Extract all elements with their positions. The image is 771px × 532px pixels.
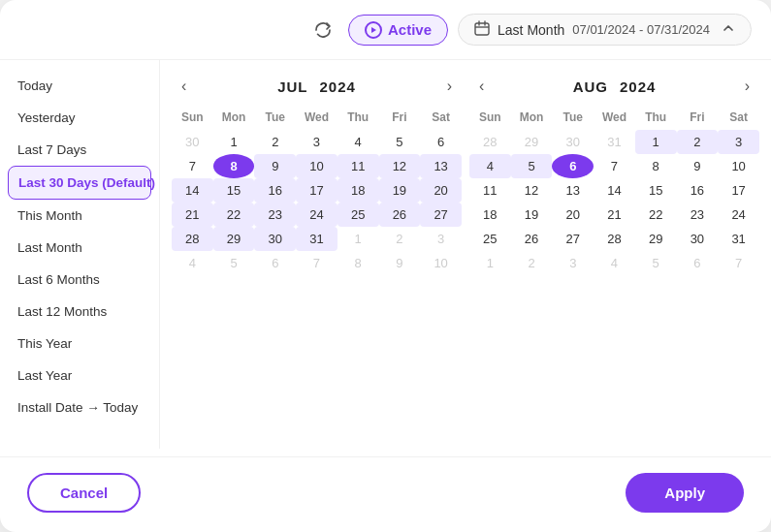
refresh-button[interactable] — [307, 15, 338, 46]
cal-day[interactable]: 26 — [379, 203, 421, 227]
cal-day[interactable]: 23 — [677, 203, 719, 227]
sidebar-item-today[interactable]: Today — [0, 70, 159, 102]
cal-day[interactable]: 2 — [677, 130, 719, 154]
cal-day[interactable]: 22 — [635, 203, 677, 227]
sidebar-item-last6months[interactable]: Last 6 Months — [0, 264, 159, 296]
cal-day[interactable]: 14 — [594, 178, 635, 203]
cal-day[interactable]: 11 — [337, 154, 379, 178]
cal-day[interactable]: 27 — [552, 227, 594, 251]
cal-prev-button[interactable]: ‹ — [473, 76, 490, 97]
cal-day[interactable]: 30 — [254, 227, 296, 251]
cal-day[interactable]: 5 — [379, 130, 421, 154]
cal-day[interactable]: 1 — [213, 130, 255, 154]
cal-day[interactable]: 13 — [420, 154, 462, 178]
sidebar-item-thismonth[interactable]: This Month — [0, 200, 159, 232]
cal-day[interactable]: 4 — [172, 251, 213, 275]
sidebar-item-thisyear[interactable]: This Year — [0, 328, 159, 360]
cal-day[interactable]: 3 — [420, 227, 462, 251]
cal-day[interactable]: 24 — [296, 203, 337, 227]
cal-day[interactable]: 8 — [213, 154, 255, 178]
cal-day[interactable]: 7 — [594, 154, 635, 178]
cal-next-button[interactable]: › — [739, 76, 755, 97]
cal-day[interactable]: 12 — [511, 178, 553, 203]
cal-day[interactable]: 3 — [296, 130, 337, 154]
cal-day[interactable]: 1 — [337, 227, 379, 251]
cal-day[interactable]: 10 — [296, 154, 337, 178]
cal-day[interactable]: 12 — [379, 154, 421, 178]
sidebar-item-installdate[interactable]: Install Date → Today — [0, 391, 159, 423]
cal-day[interactable]: 28 — [172, 227, 213, 251]
cal-day[interactable]: 15 — [213, 178, 255, 203]
cal-day[interactable]: 27 — [420, 203, 462, 227]
cal-day[interactable]: 8 — [635, 154, 677, 178]
cal-day[interactable]: 18 — [337, 178, 379, 203]
cal-day[interactable]: 7 — [172, 154, 213, 178]
cancel-button[interactable]: Cancel — [27, 473, 141, 513]
cal-day[interactable]: 19 — [379, 178, 421, 203]
cal-day[interactable]: 22 — [213, 203, 255, 227]
cal-day[interactable]: 30 — [677, 227, 719, 251]
cal-day[interactable]: 1 — [469, 251, 511, 275]
active-button[interactable]: Active — [348, 15, 448, 46]
cal-day[interactable]: 11 — [469, 178, 511, 203]
sidebar-item-last7days[interactable]: Last 7 Days — [0, 134, 159, 166]
cal-day[interactable]: 3 — [718, 130, 759, 154]
cal-day[interactable]: 18 — [469, 203, 511, 227]
cal-day[interactable]: 4 — [337, 130, 379, 154]
cal-day[interactable]: 28 — [594, 227, 635, 251]
cal-day[interactable]: 25 — [469, 227, 511, 251]
cal-prev-button[interactable]: ‹ — [176, 76, 192, 97]
cal-day[interactable]: 31 — [718, 227, 759, 251]
cal-day[interactable]: 29 — [213, 227, 255, 251]
apply-button[interactable]: Apply — [626, 473, 744, 513]
cal-day[interactable]: 17 — [718, 178, 759, 203]
cal-day[interactable]: 21 — [172, 203, 213, 227]
cal-day[interactable]: 20 — [420, 178, 462, 203]
cal-day[interactable]: 16 — [677, 178, 719, 203]
cal-day[interactable]: 7 — [296, 251, 337, 275]
cal-day[interactable]: 31 — [296, 227, 337, 251]
cal-day[interactable]: 10 — [718, 154, 759, 178]
cal-day[interactable]: 29 — [511, 130, 553, 154]
cal-day[interactable]: 6 — [677, 251, 719, 275]
cal-day[interactable]: 2 — [254, 130, 296, 154]
cal-day[interactable]: 19 — [511, 203, 553, 227]
cal-day[interactable]: 10 — [420, 251, 462, 275]
cal-day[interactable]: 6 — [420, 130, 462, 154]
cal-day[interactable]: 26 — [511, 227, 553, 251]
cal-day[interactable]: 15 — [635, 178, 677, 203]
cal-day[interactable]: 20 — [552, 203, 594, 227]
cal-day[interactable]: 4 — [469, 154, 511, 178]
cal-day[interactable]: 25 — [337, 203, 379, 227]
cal-day[interactable]: 28 — [469, 130, 511, 154]
cal-day[interactable]: 21 — [594, 203, 635, 227]
cal-day[interactable]: 29 — [635, 227, 677, 251]
cal-day[interactable]: 2 — [379, 227, 421, 251]
cal-day[interactable]: 4 — [594, 251, 635, 275]
cal-day[interactable]: 30 — [172, 130, 213, 154]
cal-next-button[interactable]: › — [441, 76, 458, 97]
cal-day[interactable]: 16 — [254, 178, 296, 203]
cal-day[interactable]: 13 — [552, 178, 594, 203]
cal-day[interactable]: 1 — [635, 130, 677, 154]
cal-day[interactable]: 9 — [677, 154, 719, 178]
cal-day[interactable]: 9 — [254, 154, 296, 178]
cal-day[interactable]: 24 — [718, 203, 759, 227]
cal-day[interactable]: 30 — [552, 130, 594, 154]
cal-day[interactable]: 5 — [213, 251, 255, 275]
sidebar-item-lastmonth[interactable]: Last Month — [0, 232, 159, 264]
cal-day[interactable]: 8 — [337, 251, 379, 275]
sidebar-item-lastyear[interactable]: Last Year — [0, 360, 159, 391]
cal-day[interactable]: 6 — [552, 154, 594, 178]
date-range-pill[interactable]: Last Month 07/01/2024 - 07/31/2024 — [458, 14, 752, 46]
cal-day[interactable]: 17 — [296, 178, 337, 203]
cal-day[interactable]: 5 — [511, 154, 553, 178]
cal-day[interactable]: 31 — [594, 130, 635, 154]
sidebar-item-last30days[interactable]: Last 30 Days (Default) — [8, 166, 151, 200]
cal-day[interactable]: 23 — [254, 203, 296, 227]
cal-day[interactable]: 5 — [635, 251, 677, 275]
cal-day[interactable]: 2 — [511, 251, 553, 275]
cal-day[interactable]: 3 — [552, 251, 594, 275]
cal-day[interactable]: 7 — [718, 251, 759, 275]
cal-day[interactable]: 6 — [254, 251, 296, 275]
